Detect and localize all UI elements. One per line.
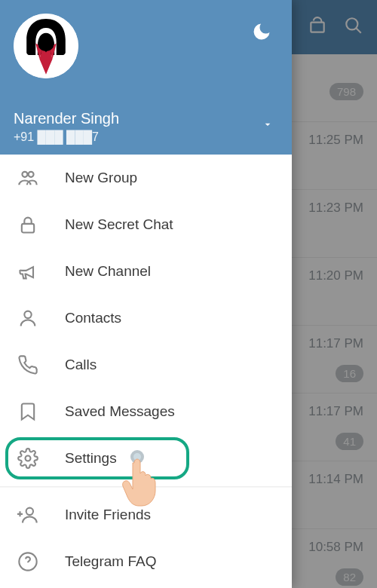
- svg-point-9: [26, 508, 33, 515]
- menu-item-calls[interactable]: Calls: [0, 341, 292, 388]
- megaphone-icon: [17, 260, 39, 283]
- svg-point-7: [24, 311, 31, 318]
- menu-label: Telegram FAQ: [65, 553, 156, 570]
- menu-label: Contacts: [65, 310, 121, 326]
- menu-item-settings[interactable]: Settings: [0, 435, 292, 482]
- svg-point-4: [22, 172, 27, 177]
- drawer-menu: New Group New Secret Chat New Channel Co…: [0, 155, 292, 588]
- svg-point-8: [26, 456, 31, 461]
- menu-label: New Group: [65, 170, 137, 186]
- menu-item-new-channel[interactable]: New Channel: [0, 248, 292, 295]
- night-mode-icon[interactable]: [251, 21, 272, 45]
- user-name: Narender Singh: [14, 110, 278, 127]
- menu-item-new-secret-chat[interactable]: New Secret Chat: [0, 201, 292, 248]
- person-icon: [17, 307, 39, 329]
- menu-label: Calls: [65, 357, 97, 373]
- user-phone: +91 ███ ███7: [14, 130, 278, 144]
- svg-point-3: [38, 38, 54, 51]
- account-dropdown-icon[interactable]: [262, 118, 274, 133]
- drawer-header: Narender Singh +91 ███ ███7: [0, 0, 292, 155]
- add-person-icon: [17, 504, 39, 526]
- menu-item-new-group[interactable]: New Group: [0, 155, 292, 201]
- menu-item-telegram-faq[interactable]: Telegram FAQ: [0, 538, 292, 585]
- avatar[interactable]: [14, 14, 78, 78]
- navigation-drawer: Narender Singh +91 ███ ███7 New Group Ne…: [0, 0, 292, 588]
- group-icon: [17, 167, 39, 189]
- menu-item-invite-friends[interactable]: Invite Friends: [0, 492, 292, 538]
- menu-item-saved-messages[interactable]: Saved Messages: [0, 388, 292, 435]
- menu-label: Invite Friends: [65, 507, 151, 523]
- phone-icon: [17, 354, 39, 376]
- lock-icon: [17, 213, 39, 236]
- menu-item-contacts[interactable]: Contacts: [0, 295, 292, 341]
- menu-divider: [0, 486, 292, 487]
- svg-point-5: [29, 172, 34, 177]
- bookmark-icon: [17, 400, 39, 423]
- menu-label: New Secret Chat: [65, 216, 173, 233]
- gear-icon: [17, 447, 39, 470]
- menu-label: Settings: [65, 450, 117, 467]
- menu-label: Saved Messages: [65, 403, 175, 420]
- svg-rect-6: [22, 224, 34, 233]
- menu-label: New Channel: [65, 263, 151, 280]
- help-icon: [17, 550, 39, 573]
